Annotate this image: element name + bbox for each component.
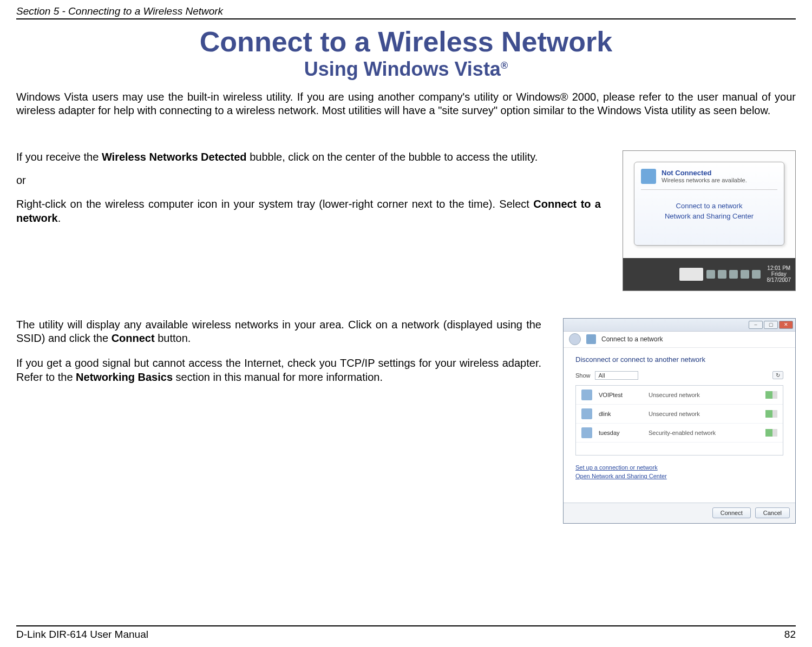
show-label: Show	[575, 372, 591, 379]
network-item[interactable]: tuesday Security-enabled network	[576, 424, 783, 443]
screenshot-tray-tooltip: Not Connected Wireless networks are avai…	[623, 150, 796, 291]
network-icon	[641, 169, 656, 184]
network-name: tuesday	[599, 430, 642, 436]
tray-icon[interactable]	[718, 270, 726, 279]
divider-bottom	[16, 625, 796, 626]
wifi-icon	[581, 427, 592, 438]
network-name: VOIPtest	[599, 392, 642, 398]
tray-day-text: Friday	[767, 271, 791, 277]
dialog-nav-title: Connect to a network	[601, 335, 663, 343]
tooltip-title-group: Not Connected Wireless networks are avai…	[662, 169, 747, 183]
network-list: VOIPtest Unsecured network dlink Unsecur…	[575, 385, 783, 455]
tooltip-link-sharing[interactable]: Network and Sharing Center	[641, 211, 777, 222]
text-segment: The utility will display any available w…	[16, 319, 541, 345]
text-segment: If you receive the	[16, 151, 102, 163]
footer-page-number: 82	[784, 629, 796, 641]
network-item[interactable]: VOIPtest Unsecured network	[576, 386, 783, 405]
close-button[interactable]: ✕	[779, 321, 793, 329]
dialog-titlebar: – ▢ ✕	[564, 319, 795, 332]
instruction-paragraph-3: The utility will display any available w…	[16, 318, 541, 346]
tray-language-box[interactable]	[679, 268, 703, 281]
instruction-paragraph-1: If you receive the Wireless Networks Det…	[16, 150, 601, 164]
tray-date-text: 8/17/2007	[767, 277, 791, 283]
dialog-nav: Connect to a network	[564, 332, 795, 348]
intro-paragraph: Windows Vista users may use the built-in…	[16, 90, 796, 118]
registered-symbol: ®	[501, 60, 508, 71]
network-status: Unsecured network	[649, 411, 759, 417]
setup-connection-link[interactable]: Set up a connection or network	[575, 463, 783, 472]
tray-time-text: 12:01 PM	[767, 265, 791, 271]
wifi-icon	[581, 408, 592, 419]
page-subtitle: Using Windows Vista®	[16, 58, 796, 81]
subtitle-text: Using Windows Vista	[304, 58, 501, 80]
divider-top	[16, 18, 796, 19]
bold-text: Wireless Networks Detected	[102, 151, 247, 163]
signal-bars-icon	[765, 410, 777, 418]
minimize-button[interactable]: –	[749, 321, 763, 329]
open-sharing-center-link[interactable]: Open Network and Sharing Center	[575, 472, 783, 481]
signal-bars-icon	[765, 391, 777, 399]
network-status: Unsecured network	[649, 392, 759, 398]
connect-button[interactable]: Connect	[712, 507, 751, 518]
instruction-paragraph-2: Right-click on the wireless computer ico…	[16, 197, 601, 225]
tray-network-icon[interactable]	[741, 270, 749, 279]
tooltip-bubble[interactable]: Not Connected Wireless networks are avai…	[634, 162, 784, 246]
back-button[interactable]	[569, 333, 581, 345]
page-title: Connect to a Wireless Network	[16, 27, 796, 57]
bold-text: Networking Basics	[76, 371, 173, 383]
tray-icon[interactable]	[706, 270, 715, 279]
instruction-paragraph-4: If you get a good signal but cannot acce…	[16, 356, 541, 384]
wifi-icon	[581, 389, 592, 400]
network-name: dlink	[599, 411, 642, 417]
tray-volume-icon[interactable]	[752, 270, 761, 279]
dialog-body-title: Disconnect or connect to another network	[575, 355, 783, 364]
show-dropdown[interactable]: All	[595, 371, 638, 380]
tray-icon-group	[706, 270, 761, 279]
network-status: Security-enabled network	[649, 430, 759, 436]
tooltip-subtitle: Wireless networks are available.	[662, 177, 747, 183]
tooltip-link-connect[interactable]: Connect to a network	[641, 201, 777, 212]
taskbar: 12:01 PM Friday 8/17/2007	[623, 258, 795, 291]
cancel-button[interactable]: Cancel	[755, 507, 790, 518]
text-segment: bubble, click on the center of the bubbl…	[247, 151, 538, 163]
text-segment: Right-click on the wireless computer ico…	[16, 198, 533, 210]
text-segment: .	[58, 212, 61, 224]
dialog-footer: Connect Cancel	[564, 503, 795, 523]
text-segment: button.	[155, 332, 191, 344]
footer-manual-name: D-Link DIR-614 User Manual	[16, 629, 148, 641]
text-segment: section in this manual for more informat…	[173, 371, 383, 383]
tooltip-title: Not Connected	[662, 169, 747, 177]
connect-dialog: – ▢ ✕ Connect to a network Disconnect or…	[563, 318, 796, 524]
tray-icon[interactable]	[729, 270, 738, 279]
maximize-button[interactable]: ▢	[764, 321, 778, 329]
signal-bars-icon	[765, 429, 777, 437]
bold-text: Connect	[112, 332, 155, 344]
network-item[interactable]: dlink Unsecured network	[576, 405, 783, 424]
section-header: Section 5 - Connecting to a Wireless Net…	[16, 5, 796, 17]
or-separator: or	[16, 174, 601, 188]
network-icon	[586, 334, 596, 344]
tray-clock[interactable]: 12:01 PM Friday 8/17/2007	[767, 265, 791, 283]
refresh-button[interactable]: ↻	[772, 371, 783, 379]
